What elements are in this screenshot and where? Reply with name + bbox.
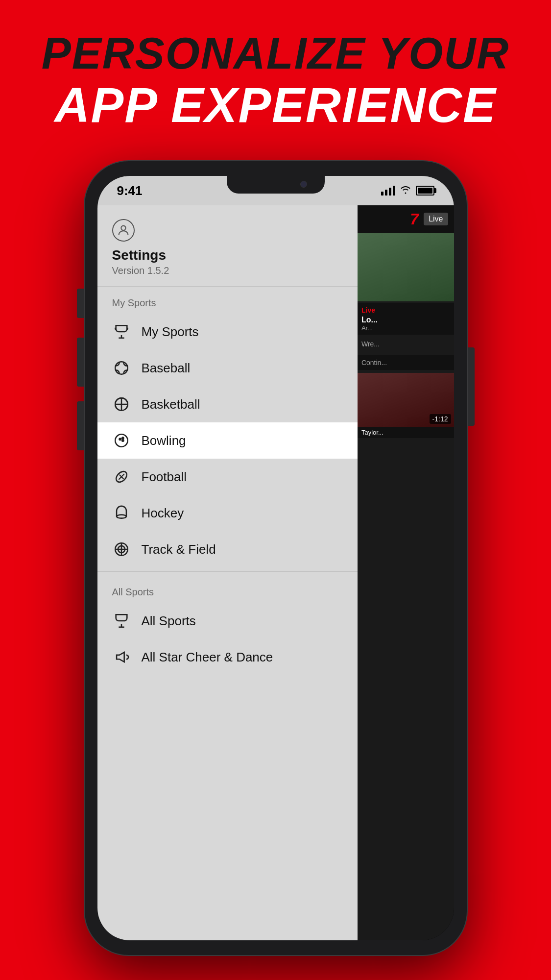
all-sports-section-label: All Sports bbox=[97, 576, 358, 603]
right-top-bar: 7 Live bbox=[358, 205, 454, 233]
signal-icon bbox=[381, 186, 395, 196]
trophy-icon bbox=[112, 322, 131, 341]
bowling-icon bbox=[112, 431, 131, 450]
svg-point-8 bbox=[117, 515, 126, 518]
menu-item-hockey[interactable]: Hockey bbox=[97, 495, 358, 531]
settings-header: Settings Version 1.5.2 bbox=[97, 205, 358, 287]
svg-point-1 bbox=[115, 362, 128, 374]
menu-label-baseball: Baseball bbox=[142, 361, 191, 376]
menu-item-basketball[interactable]: Basketball bbox=[97, 386, 358, 422]
menu-item-all-sports[interactable]: All Sports bbox=[97, 603, 358, 639]
phone-screen: 9:41 bbox=[97, 176, 454, 940]
continue-block: Contin... bbox=[358, 355, 454, 370]
mute-button bbox=[77, 289, 84, 318]
taylor-label: Taylor... bbox=[361, 429, 450, 436]
football-icon bbox=[112, 467, 131, 486]
front-camera bbox=[300, 181, 307, 188]
separator bbox=[97, 571, 358, 572]
game-title: Lo... bbox=[361, 316, 450, 324]
menu-item-all-star-cheer[interactable]: All Star Cheer & Dance bbox=[97, 639, 358, 675]
game-subtitle: Ar... bbox=[361, 324, 450, 332]
headline-line2: APP EXPERIENCE bbox=[42, 78, 509, 132]
menu-label-track-field: Track & Field bbox=[142, 542, 216, 557]
menu-item-baseball[interactable]: Baseball bbox=[97, 350, 358, 386]
menu-label-hockey: Hockey bbox=[142, 506, 184, 521]
svg-point-6 bbox=[122, 440, 123, 441]
right-image-block-1 bbox=[358, 233, 454, 301]
avatar bbox=[112, 219, 135, 242]
status-icons bbox=[381, 185, 434, 196]
phone-mockup: 9:41 bbox=[85, 161, 467, 955]
megaphone-icon bbox=[112, 648, 131, 666]
headline-line1: PERSONALIZE YOUR bbox=[42, 29, 509, 78]
menu-label-basketball: Basketball bbox=[142, 397, 200, 412]
right-panel: 7 Live Live Lo... Ar... Wre... bbox=[358, 205, 454, 940]
my-sports-section-label: My Sports bbox=[97, 287, 358, 314]
settings-title: Settings bbox=[112, 247, 343, 263]
phone-notch bbox=[227, 176, 325, 194]
screen-content: Settings Version 1.5.2 My Sports My Spor… bbox=[97, 205, 454, 940]
headline-block: PERSONALIZE YOUR APP EXPERIENCE bbox=[42, 29, 509, 132]
menu-label-all-sports: All Sports bbox=[142, 613, 196, 629]
wre-block: Wre... bbox=[358, 337, 454, 351]
wifi-icon bbox=[400, 185, 411, 196]
continue-label: Contin... bbox=[361, 359, 387, 367]
timer-badge: -1:12 bbox=[430, 414, 451, 424]
menu-label-my-sports: My Sports bbox=[142, 324, 199, 340]
menu-label-football: Football bbox=[142, 469, 187, 485]
menu-item-my-sports[interactable]: My Sports bbox=[97, 314, 358, 350]
menu-item-bowling[interactable]: Bowling bbox=[97, 422, 358, 459]
user-icon bbox=[117, 223, 130, 237]
menu-item-track-field[interactable]: Track & Field bbox=[97, 531, 358, 567]
settings-version: Version 1.5.2 bbox=[112, 265, 343, 276]
menu-label-bowling: Bowling bbox=[142, 433, 186, 448]
baseball-icon bbox=[112, 359, 131, 377]
menu-item-football[interactable]: Football bbox=[97, 459, 358, 495]
right-content: Live Lo... Ar... Wre... Contin... -1:12 bbox=[358, 233, 454, 940]
menu-label-all-star-cheer: All Star Cheer & Dance bbox=[142, 650, 273, 665]
battery-icon bbox=[416, 186, 434, 196]
hockey-icon bbox=[112, 504, 131, 522]
live-label: Live bbox=[361, 306, 375, 314]
all-sports-trophy-icon bbox=[112, 612, 131, 630]
thumbnail-block: -1:12 bbox=[358, 373, 454, 427]
live-game-block: Live Lo... Ar... bbox=[358, 303, 454, 335]
live-badge: Live bbox=[424, 213, 448, 225]
track-field-icon bbox=[112, 540, 131, 559]
volume-down-button bbox=[77, 401, 84, 450]
power-button bbox=[468, 347, 475, 426]
settings-panel: Settings Version 1.5.2 My Sports My Spor… bbox=[97, 205, 358, 940]
wre-label: Wre... bbox=[361, 340, 380, 348]
volume-up-button bbox=[77, 338, 84, 387]
svg-point-5 bbox=[122, 437, 123, 439]
app-logo: 7 bbox=[410, 210, 419, 228]
basketball-icon bbox=[112, 395, 131, 414]
svg-point-4 bbox=[119, 438, 120, 440]
video-meta: Taylor... bbox=[358, 427, 454, 438]
svg-point-0 bbox=[121, 226, 125, 230]
